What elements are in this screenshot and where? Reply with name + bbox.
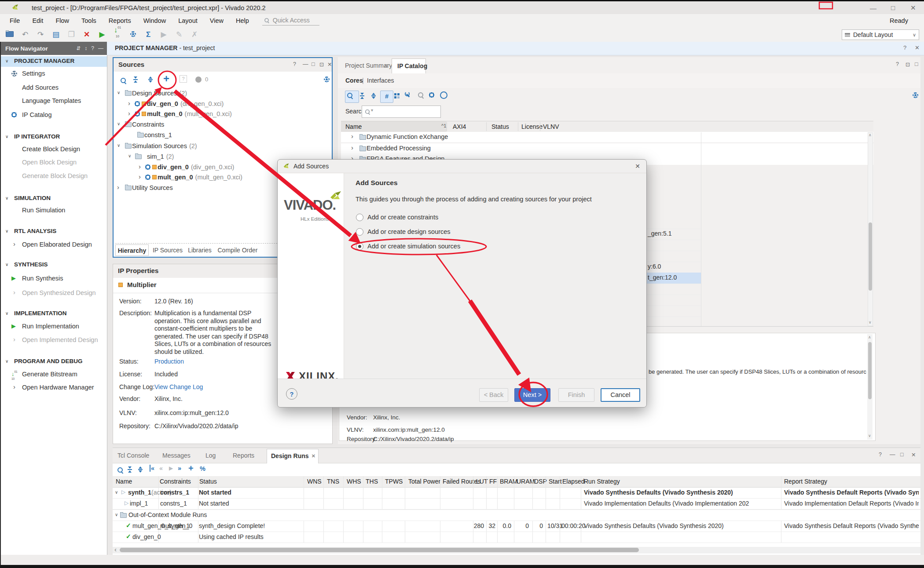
search-toggle-button[interactable] <box>345 91 359 103</box>
dialog-help-button[interactable]: ? <box>286 388 297 400</box>
column-header-name[interactable]: Name <box>345 123 362 130</box>
help-icon[interactable]: ? <box>896 61 899 67</box>
flow-item-run-simulation[interactable]: Run Simulation <box>1 206 107 215</box>
cross-probe-icon[interactable]: ✗ <box>190 30 199 39</box>
tree-item-Simulation Sources[interactable]: ∨Simulation Sources(2) <box>114 141 332 151</box>
table-scrollbar[interactable]: ∧∨ <box>868 132 873 326</box>
radio-option-0[interactable]: Add or create constraints <box>356 213 438 223</box>
column-header-tpws[interactable]: TPWS <box>385 478 403 485</box>
horizontal-scrollbar[interactable]: ‹ <box>113 547 920 553</box>
flow-item-create-block-design[interactable]: Create Block Design <box>1 145 107 154</box>
tab-log[interactable]: Log <box>202 449 228 463</box>
tab-ip-sources[interactable]: IP Sources <box>152 244 183 256</box>
close-icon[interactable]: ✕ <box>911 451 916 458</box>
minimize-icon[interactable]: — <box>890 451 895 458</box>
flow-item-open-hardware-manager[interactable]: ›Open Hardware Manager <box>1 383 107 393</box>
tab-design-runs[interactable]: Design Runs✕ <box>267 449 319 463</box>
column-header-run-strategy[interactable]: Run Strategy <box>584 478 620 485</box>
menu-layout[interactable]: Layout <box>172 15 204 26</box>
flow-item-settings[interactable]: Settings <box>1 69 107 79</box>
expand-icon[interactable]: ↕ <box>84 45 87 51</box>
close-icon[interactable]: ✕ <box>312 449 315 463</box>
flow-item-run-implementation[interactable]: ▶Run Implementation <box>1 322 107 331</box>
column-header-whs[interactable]: WHS <box>347 478 361 485</box>
group-by-icon[interactable] <box>394 93 396 95</box>
scroll-down-icon[interactable]: ∨ <box>869 320 872 324</box>
flow-item-generate-bitstream[interactable]: ↓0110Generate Bitstream <box>1 370 107 379</box>
run-row-mult-gen-0-synth-1[interactable]: ✓mult_gen_0_synth_1mult_gen_0synth_desig… <box>113 521 920 532</box>
column-header-dsp[interactable]: DSP <box>534 478 547 485</box>
chevron-down-icon[interactable]: ∨ <box>115 490 118 495</box>
scroll-left-icon[interactable]: ‹ <box>114 546 117 553</box>
radio-option-2[interactable]: Add or create simulation sources <box>356 242 460 252</box>
generate-bitstream-icon[interactable]: ↓0110 <box>113 26 122 44</box>
close-icon[interactable]: ✕ <box>327 61 332 68</box>
maximize-icon[interactable]: □ <box>915 61 918 67</box>
layout-selector[interactable]: Default Layout ∨ <box>842 29 919 40</box>
maximize-icon[interactable]: □ <box>900 451 904 458</box>
dialog-close-icon[interactable]: ✕ <box>635 163 640 170</box>
cancel-button[interactable]: Cancel <box>601 388 640 402</box>
flow-section-implementation[interactable]: ∨IMPLEMENTATION <box>1 310 107 319</box>
minimize-icon[interactable]: — <box>303 61 308 67</box>
help-icon[interactable]: ? <box>903 44 906 51</box>
float-icon[interactable]: ⊡ <box>319 61 324 68</box>
tree-item-constrs_1[interactable]: constrs_1 <box>114 130 332 140</box>
fast-forward-icon[interactable]: » <box>178 465 181 472</box>
tab-ip-catalog[interactable]: IP Catalog✕ <box>392 58 426 73</box>
details-scrollbar[interactable]: ∧∨ <box>867 334 873 440</box>
run-row-synth-1[interactable]: ∨▷synth_1(active)constrs_1Not startedViv… <box>113 488 920 499</box>
catalog-row-embedded-processing[interactable]: ›Embedded Processing <box>341 143 873 154</box>
collapse-all-icon[interactable] <box>360 93 364 99</box>
ip-prop-value[interactable]: Production <box>154 358 184 365</box>
maximize-icon[interactable]: □ <box>891 4 895 11</box>
menu-window[interactable]: Window <box>137 15 172 26</box>
flow-section-ip-integrator[interactable]: ∨IP INTEGRATOR <box>1 133 107 142</box>
menu-file[interactable]: File <box>4 15 26 26</box>
tab-project-summary[interactable]: Project Summary✕ <box>340 58 392 73</box>
column-header-status[interactable]: Status <box>199 478 217 485</box>
column-header-axi4[interactable]: AXI4 <box>453 123 466 130</box>
redo-icon[interactable]: ↷ <box>36 30 45 39</box>
step-first-icon[interactable]: « <box>150 465 154 472</box>
save-icon[interactable]: ▤ <box>51 30 60 39</box>
minimize-icon[interactable]: — <box>98 45 103 51</box>
flow-section-synthesis[interactable]: ∨SYNTHESIS <box>1 261 107 270</box>
catalog-search-input[interactable]: ▾ <box>362 106 441 118</box>
tab-compile-order[interactable]: Compile Order <box>217 244 258 256</box>
flow-item-ip-catalog[interactable]: IP Catalog <box>1 111 107 120</box>
menu-flow[interactable]: Flow <box>49 15 75 26</box>
tree-item-div_gen_0[interactable]: ›div_gen_0(div_gen_0.xci) <box>114 99 332 109</box>
flow-section-project-manager[interactable]: ∨PROJECT MANAGER <box>1 58 107 66</box>
catalog-row-dynamic-function-exchange[interactable]: ›Dynamic Function eXchange <box>341 132 873 143</box>
scrollbar-thumb[interactable] <box>120 548 639 552</box>
percent-icon[interactable]: % <box>200 465 205 472</box>
column-header-constraints[interactable]: Constraints <box>160 478 191 485</box>
radio-button[interactable] <box>356 243 363 250</box>
scrollbar-thumb[interactable] <box>868 342 872 399</box>
tree-item-Constraints[interactable]: ∨Constraints <box>114 120 332 130</box>
subtab-cores[interactable]: Cores <box>345 77 363 84</box>
dock-icon[interactable]: ⇵ <box>76 45 81 51</box>
menu-reports[interactable]: Reports <box>103 15 137 26</box>
flow-item-run-synthesis[interactable]: ▶Run Synthesis <box>1 274 107 284</box>
scroll-down-icon[interactable]: ∨ <box>868 433 871 438</box>
filter-icon[interactable]: # <box>380 91 393 103</box>
flow-item-open-elaborated-design[interactable]: ›Open Elaborated Design <box>1 240 107 250</box>
minimize-icon[interactable]: — <box>870 4 876 12</box>
column-header-name[interactable]: Name <box>116 478 132 485</box>
tab-tcl-console[interactable]: Tcl Console <box>114 449 158 463</box>
tab-hierarchy[interactable]: Hierarchy <box>115 244 149 256</box>
tab-reports[interactable]: Reports <box>229 449 266 463</box>
scroll-up-icon[interactable]: ∧ <box>868 335 871 339</box>
column-header-report-strategy[interactable]: Report Strategy <box>784 478 827 485</box>
add-run-icon[interactable]: + <box>188 463 194 473</box>
flow-section-simulation[interactable]: ∨SIMULATION <box>1 195 107 204</box>
expand-all-icon[interactable] <box>148 76 153 83</box>
column-header-bram[interactable]: BRAM <box>500 478 517 485</box>
help-icon[interactable]: ? <box>91 45 94 51</box>
close-icon[interactable]: ✕ <box>418 59 422 73</box>
column-header-status[interactable]: Status <box>491 123 509 130</box>
expand-all-icon[interactable] <box>371 93 376 99</box>
flow-item-add-sources[interactable]: Add Sources <box>1 84 107 93</box>
